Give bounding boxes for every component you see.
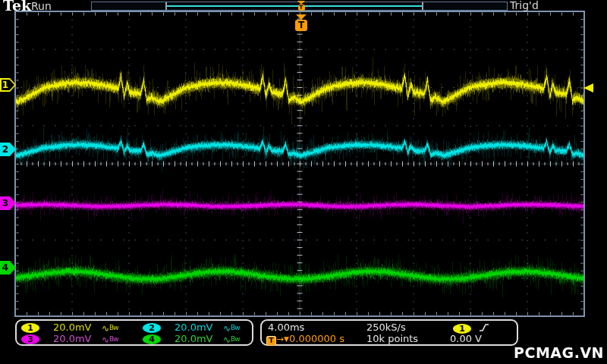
- trigger-level-arrow[interactable]: [583, 83, 593, 93]
- timebase-readout: 4.00ms: [268, 322, 304, 333]
- window-start-bracket[interactable]: [165, 2, 167, 10]
- trigger-t-icon: T: [266, 336, 276, 346]
- channel-3-readout: 3 20.0mV ∿Bw: [21, 334, 141, 345]
- channel-4-badge: 4: [143, 334, 161, 344]
- record-length-readout: 10k points: [366, 333, 418, 344]
- trigger-position-flag[interactable]: T: [295, 14, 307, 31]
- ac-coupling-icon: ∿: [223, 323, 231, 334]
- bandwidth-limit-icon: Bw: [231, 335, 240, 343]
- window-end-bracket[interactable]: [422, 2, 423, 10]
- channel-1-scale: 20.0mV: [53, 322, 92, 333]
- trigger-flag-label: T: [295, 20, 307, 31]
- channel-1-readout: 1 20.0mV ∿Bw: [21, 322, 141, 334]
- trigger-t-icon: T: [298, 5, 305, 11]
- acquisition-status: Run: [31, 0, 52, 12]
- channel-4-readout: 4 20.0mV ∿Bw: [143, 334, 263, 345]
- bandwidth-limit-icon: Bw: [109, 324, 118, 331]
- channel-2-marker[interactable]: 2: [0, 143, 16, 156]
- trigger-down-arrow-icon: [296, 14, 307, 20]
- ac-coupling-icon: ∿: [223, 334, 231, 345]
- bandwidth-limit-icon: Bw: [109, 335, 118, 343]
- arrow-right-icon: →: [276, 334, 284, 344]
- record-trigger-marker[interactable]: T: [297, 1, 306, 11]
- channel-4-marker[interactable]: 4: [0, 261, 16, 275]
- trigger-source-badge-wrap: 1: [453, 322, 489, 334]
- ac-coupling-icon: ∿: [102, 334, 109, 345]
- channel-2-marker-label: 2: [1, 143, 10, 155]
- channel-3-scale: 20.0mV: [53, 333, 92, 344]
- watermark: PCMAG.VN: [514, 344, 604, 361]
- record-window-line: [166, 5, 423, 7]
- waveform-display: [0, 0, 607, 364]
- horizontal-trigger-box: 4.00ms 250kS/s 1 T→▼0.000000 s 10k point…: [260, 319, 518, 346]
- channel-4-marker-label: 4: [1, 262, 10, 274]
- trigger-status: Trig'd: [510, 0, 539, 11]
- channel-4-scale: 20.0mV: [175, 333, 213, 344]
- trigger-position-readout: T→▼0.000000 s: [266, 333, 344, 346]
- channel-readouts-box: 1 20.0mV ∿Bw 2 20.0mV ∿Bw 3 20.0mV ∿Bw 4…: [15, 319, 253, 346]
- channel-2-readout: 2 20.0mV ∿Bw: [143, 322, 263, 334]
- channel-2-scale: 20.0mV: [175, 322, 213, 333]
- channel-1-marker-label: 1: [1, 79, 10, 91]
- channel-1-marker[interactable]: 1: [0, 78, 16, 92]
- channel-1-badge: 1: [21, 323, 39, 333]
- tek-logo: Tek: [3, 0, 31, 14]
- oscilloscope-screen: Tek Run Trig'd T T 1 2 3 4 1 20.0mV: [0, 0, 607, 364]
- ac-coupling-icon: ∿: [102, 323, 109, 334]
- sample-rate-readout: 250kS/s: [366, 322, 406, 333]
- channel-3-marker[interactable]: 3: [0, 196, 16, 210]
- channel-2-badge: 2: [143, 323, 161, 333]
- rising-edge-icon: [479, 322, 489, 333]
- channel-3-marker-label: 3: [1, 197, 10, 209]
- channel-3-badge: 3: [21, 334, 39, 344]
- trigger-time-value: 0.000000 s: [289, 333, 344, 344]
- bandwidth-limit-icon: Bw: [231, 324, 240, 331]
- trigger-level-readout: 0.00 V: [450, 333, 482, 344]
- down-triangle-icon: ▼: [284, 335, 289, 343]
